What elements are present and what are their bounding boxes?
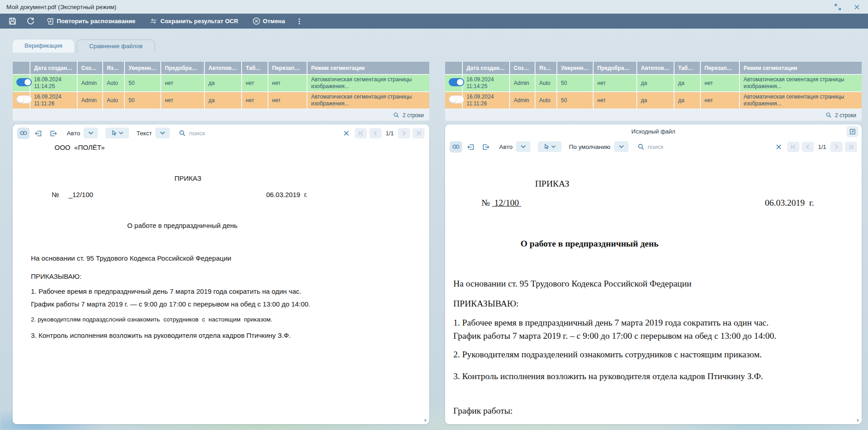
save-ocr-result-button[interactable]: Сохранить результат OCR	[144, 17, 243, 25]
table-header-row: Дата создания Создано Языки Уверенность …	[445, 62, 862, 74]
source-file-title: Исходный файл	[631, 128, 675, 135]
clear-search-icon[interactable]	[774, 141, 784, 152]
doc-paragraph: 2. Руководителям подразделений ознакомит…	[453, 350, 762, 360]
import-page-icon[interactable]	[32, 128, 45, 139]
next-page-icon[interactable]	[830, 142, 843, 152]
main-content: Дата создания Создано Языки Уверенность …	[0, 53, 868, 430]
cell-overwrite: нет	[700, 74, 739, 92]
col-header: Перезаписать	[700, 62, 739, 74]
cell-autorotate: да	[637, 74, 674, 92]
doc-paragraph: График работы:	[453, 406, 513, 416]
chevron-down-icon	[521, 145, 526, 148]
doc-subject: О работе в предпраздничный день	[127, 222, 238, 229]
right-panel-source-file: Дата создания Создано Языки Уверенность …	[445, 62, 862, 424]
more-options-icon[interactable]	[294, 15, 304, 27]
right-viewer-toolbar: Авто По умолчанию	[445, 138, 862, 155]
expand-icon[interactable]	[847, 126, 858, 137]
refresh-icon[interactable]	[24, 15, 37, 27]
prev-page-icon[interactable]	[369, 128, 382, 138]
cell-date: 16.09.2024 11:14:25	[30, 74, 77, 92]
source-file-header: Исходный файл	[445, 124, 862, 138]
swap-arrows-icon	[149, 17, 158, 25]
search-icon[interactable]	[826, 112, 832, 118]
col-header: Таблицы	[674, 62, 700, 74]
search-icon	[638, 143, 645, 150]
row-toggle-off[interactable]	[16, 95, 32, 104]
import-page-icon[interactable]	[465, 141, 477, 153]
right-search	[638, 143, 702, 150]
repeat-recognition-button[interactable]: Повторить распознавание	[42, 17, 140, 25]
row-toggle-on[interactable]	[449, 78, 464, 86]
cell-date: 16.09.2024 11:11:26	[30, 92, 77, 109]
prev-page-icon[interactable]	[802, 142, 814, 152]
pointer-cursor-icon	[111, 130, 117, 136]
right-pagination: 1/1	[787, 142, 857, 152]
page-indicator: 1/1	[818, 143, 826, 150]
save-button[interactable]	[5, 15, 19, 27]
cell-date: 16.09.2024 11:14:25	[462, 74, 510, 92]
cursor-tool-dropdown[interactable]	[538, 141, 561, 152]
doc-paragraph: 2. руководитслям подраздслсний ознакомит…	[31, 316, 272, 323]
cancel-label: Отмена	[263, 18, 285, 25]
view-tabs: Верификация Сравнение файлов	[13, 40, 868, 53]
table-row: 16.09.2024 11:14:25 Admin Auto 50 нет да…	[445, 74, 862, 92]
doc-number: № 12/100	[481, 198, 521, 208]
doc-title: ПРИКАЗ	[535, 179, 569, 189]
cell-confidence: 50	[557, 92, 593, 109]
col-header: Режим сегментации	[739, 62, 862, 74]
cell-languages: Auto	[535, 92, 557, 109]
cursor-tool-dropdown[interactable]	[105, 128, 129, 138]
col-header: Уверенность	[557, 62, 593, 74]
export-page-icon[interactable]	[47, 128, 60, 139]
cell-overwrite: нет	[268, 92, 307, 109]
last-page-icon[interactable]	[412, 128, 425, 138]
cell-segmentation-mode: Автоматическая сегментация страницы изоб…	[739, 92, 862, 109]
search-input[interactable]	[648, 143, 702, 150]
doc-paragraph: На основании ст. 95 Трудового Кодекса Ро…	[453, 279, 691, 289]
row-count: 2 строки	[402, 112, 424, 119]
link-sync-icon[interactable]	[17, 128, 30, 139]
first-page-icon[interactable]	[787, 142, 799, 152]
scroll-down-icon[interactable]: ▼	[856, 418, 860, 423]
tab-verification[interactable]: Верификация	[13, 40, 74, 53]
fullscreen-icon[interactable]	[833, 2, 843, 12]
scroll-down-icon[interactable]: ▼	[423, 418, 427, 423]
table-row: 16.09.2024 11:11:26 Admin Auto 50 нет да…	[13, 92, 429, 109]
export-page-icon[interactable]	[480, 141, 492, 153]
ocr-result-document[interactable]: ООО «ПОЛЁТ» ПРИКАЗ № _12/100 06.03.2019 …	[13, 142, 429, 424]
cell-created-by: Admin	[77, 74, 103, 92]
zoom-dropdown[interactable]	[84, 128, 98, 138]
link-sync-icon[interactable]	[450, 141, 462, 153]
search-input[interactable]	[189, 130, 243, 137]
tab-file-comparison[interactable]: Сравнение файлов	[77, 40, 155, 53]
col-header: Режим сегментации	[307, 62, 429, 74]
row-toggle-off[interactable]	[449, 95, 464, 104]
view-mode-value: По умолчанию	[569, 143, 610, 150]
col-header: Предобработка	[593, 62, 637, 74]
left-viewer-toolbar: Авто Текст	[13, 124, 429, 142]
cell-created-by: Admin	[77, 92, 103, 109]
clear-search-icon[interactable]	[341, 128, 352, 138]
zoom-dropdown[interactable]	[516, 141, 531, 152]
cell-autorotate: да	[204, 74, 242, 92]
cell-segmentation-mode: Автоматическая сегментация страницы изоб…	[739, 74, 862, 92]
row-toggle-on[interactable]	[16, 78, 32, 86]
cancel-button[interactable]: Отмена	[248, 17, 290, 25]
last-page-icon[interactable]	[845, 142, 857, 152]
cell-preprocessing: нет	[593, 74, 637, 92]
cell-autorotate: да	[637, 92, 674, 109]
view-mode-dropdown[interactable]	[614, 141, 629, 152]
pointer-cursor-icon	[544, 143, 550, 150]
cell-tables: нет	[242, 74, 268, 92]
source-document[interactable]: ПРИКАЗ № 12/100 06.03.2019 г. О работе в…	[445, 155, 862, 424]
view-mode-dropdown[interactable]	[155, 128, 170, 138]
close-icon[interactable]	[852, 2, 862, 12]
doc-paragraph: График работы 7 марта 2019 г. – с 9:00 д…	[453, 331, 776, 341]
next-page-icon[interactable]	[398, 128, 410, 138]
doc-date: 06.03.2019 г.	[765, 198, 814, 208]
doc-subject: О работе в предпраздничный день	[521, 239, 659, 249]
search-icon[interactable]	[393, 112, 399, 118]
page-indicator: 1/1	[386, 130, 394, 137]
first-page-icon[interactable]	[355, 128, 367, 138]
cell-preprocessing: нет	[593, 92, 637, 109]
